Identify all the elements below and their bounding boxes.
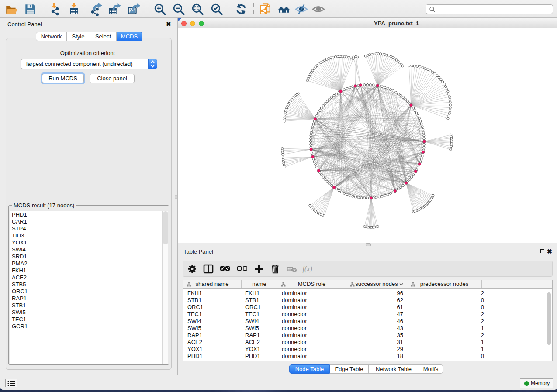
svg-text:f(x): f(x)	[303, 265, 312, 273]
